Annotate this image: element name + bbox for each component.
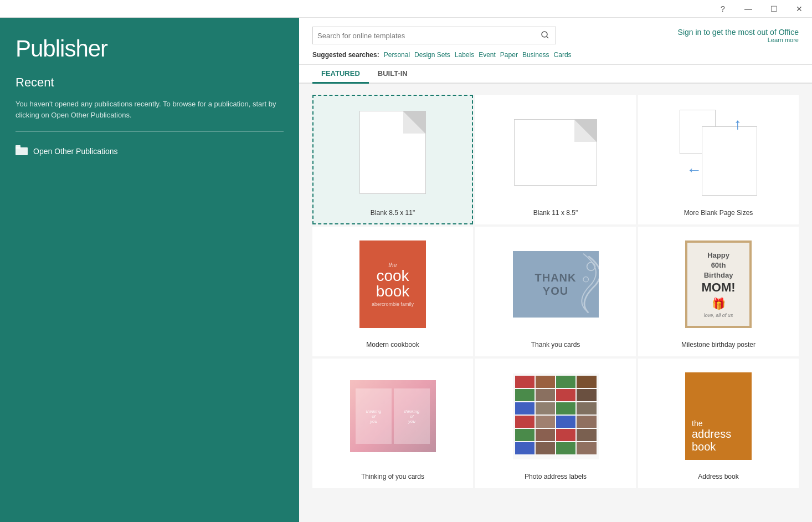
sidebar-description: You haven't opened any publications rece…: [16, 99, 281, 120]
birthday-gifts-icon: 🎁: [712, 297, 726, 310]
suggested-business[interactable]: Business: [522, 51, 549, 59]
arrow-left-icon: ←: [686, 161, 702, 179]
addr-book-thumb: the address book: [646, 366, 791, 466]
sidebar-divider: [16, 131, 284, 132]
more-sizes-icon: ↑ ←: [680, 110, 757, 196]
template-addr-book[interactable]: the address book Address book: [638, 359, 799, 488]
sidebar: Publisher Recent You haven't opened any …: [0, 18, 299, 522]
addr-labels-label: Photo address labels: [525, 473, 587, 480]
folder-icon: [16, 145, 28, 157]
blank-85x11-label: Blank 8.5 x 11": [371, 209, 415, 217]
birthday-image: Happy 60th Birthday MOM! 🎁 love, all of …: [685, 240, 752, 328]
addr-book-the: the: [692, 419, 702, 428]
content-area: Sign in to get the most out of Office Le…: [299, 18, 812, 522]
cookbook-cook: cook: [376, 268, 409, 284]
template-cookbook[interactable]: the cook book abercrombie family Modern …: [312, 227, 473, 356]
thankyou-text: THANKYOU: [535, 271, 577, 298]
search-input[interactable]: [317, 32, 539, 40]
thinking-thumb: thinkingofyou thinkingofyou: [320, 366, 465, 466]
thankyou-thumb: THANKYOU: [483, 234, 628, 334]
learn-more-link[interactable]: Learn more: [565, 37, 799, 43]
birthday-birthday: Birthday: [704, 270, 733, 280]
titlebar: ? — ☐ ✕: [0, 0, 812, 18]
template-addr-labels[interactable]: Photo address labels: [475, 359, 636, 488]
suggested-labels[interactable]: Labels: [455, 51, 474, 59]
app-container: Publisher Recent You haven't opened any …: [0, 0, 812, 522]
suggested-design-sets[interactable]: Design Sets: [414, 51, 450, 59]
open-publications-label: Open Other Publications: [33, 147, 118, 156]
open-other-publications-button[interactable]: Open Other Publications: [16, 143, 284, 159]
app-title: Publisher: [16, 35, 284, 62]
svg-point-2: [542, 32, 547, 37]
thinking-card-1: thinkingofyou: [356, 388, 392, 444]
thinking-card-2: thinkingofyou: [394, 388, 430, 444]
thankyou-label: Thank you cards: [531, 341, 580, 349]
addr-book-label: Address book: [698, 473, 738, 480]
thankyou-image: THANKYOU: [513, 251, 599, 318]
cookbook-image: the cook book abercrombie family: [359, 240, 426, 328]
addr-labels-image: [513, 373, 599, 459]
template-thinking[interactable]: thinkingofyou thinkingofyou Thinking of …: [312, 359, 473, 488]
birthday-mom: MOM!: [701, 280, 735, 295]
suggested-cards[interactable]: Cards: [554, 51, 572, 59]
suggested-label: Suggested searches:: [312, 51, 379, 59]
thinking-image: thinkingofyou thinkingofyou: [350, 380, 436, 452]
cookbook-author: abercrombie family: [372, 301, 414, 307]
cookbook-thumb: the cook book abercrombie family: [320, 234, 465, 334]
sign-in-text: Sign in to get the most out of Office: [678, 28, 799, 37]
cookbook-the: the: [388, 262, 397, 268]
svg-point-5: [583, 277, 588, 282]
window-controls: ? — ☐ ✕: [710, 0, 812, 18]
template-more-sizes[interactable]: ↑ ← More Blank Page Sizes: [638, 95, 799, 224]
template-thankyou[interactable]: THANKYOU Thank you cards: [475, 227, 636, 356]
blank-85x11-thumb: [320, 103, 465, 202]
svg-line-3: [547, 37, 548, 38]
minimize-button[interactable]: —: [736, 0, 761, 18]
more-sizes-thumb: ↑ ←: [646, 103, 791, 202]
search-area: Sign in to get the most out of Office Le…: [299, 18, 812, 65]
templates-grid: Blank 8.5 x 11" Blank 11 x 8.5": [312, 95, 799, 488]
help-button[interactable]: ?: [710, 0, 736, 18]
search-button[interactable]: [539, 31, 551, 40]
templates-area: Blank 8.5 x 11" Blank 11 x 8.5": [299, 84, 812, 522]
sign-in-area: Sign in to get the most out of Office Le…: [565, 28, 799, 43]
maximize-button[interactable]: ☐: [761, 0, 787, 18]
close-button[interactable]: ✕: [787, 0, 812, 18]
blank-11x85-thumb: [483, 103, 628, 202]
template-birthday[interactable]: Happy 60th Birthday MOM! 🎁 love, all of …: [638, 227, 799, 356]
svg-point-4: [587, 262, 595, 270]
arrow-up-icon: ↑: [734, 115, 742, 133]
birthday-happy: Happy: [707, 250, 729, 260]
suggested-personal[interactable]: Personal: [384, 51, 410, 59]
template-blank-11x85[interactable]: Blank 11 x 8.5": [475, 95, 636, 224]
svg-rect-1: [16, 145, 20, 149]
birthday-60th: 60th: [711, 260, 726, 270]
tab-built-in[interactable]: BUILT-IN: [369, 65, 417, 84]
cookbook-book: book: [376, 284, 410, 299]
blank-portrait-icon: [359, 111, 426, 194]
cookbook-label: Modern cookbook: [366, 341, 419, 349]
search-box[interactable]: [312, 27, 556, 44]
suggested-paper[interactable]: Paper: [500, 51, 518, 59]
blank-11x85-label: Blank 11 x 8.5": [533, 209, 578, 217]
addr-book-image: the address book: [685, 372, 752, 460]
birthday-label: Milestone birthday poster: [681, 341, 756, 349]
tabs-row: FEATURED BUILT-IN: [299, 65, 812, 84]
suggested-row: Suggested searches: Personal Design Sets…: [312, 51, 799, 64]
more-sizes-label: More Blank Page Sizes: [684, 209, 753, 217]
addr-book-book: book: [692, 441, 716, 453]
birthday-sub: love, all of us: [704, 313, 733, 318]
thinking-label: Thinking of you cards: [361, 473, 424, 480]
blank-landscape-icon: [514, 119, 597, 186]
search-row: Sign in to get the most out of Office Le…: [312, 27, 799, 44]
svg-rect-0: [16, 147, 28, 155]
addr-book-address: address: [692, 428, 731, 441]
suggested-event[interactable]: Event: [479, 51, 496, 59]
tab-featured[interactable]: FEATURED: [312, 65, 369, 84]
addr-labels-thumb: [483, 366, 628, 466]
template-blank-85x11[interactable]: Blank 8.5 x 11": [312, 95, 473, 224]
birthday-thumb: Happy 60th Birthday MOM! 🎁 love, all of …: [646, 234, 791, 334]
recent-title: Recent: [16, 75, 284, 90]
